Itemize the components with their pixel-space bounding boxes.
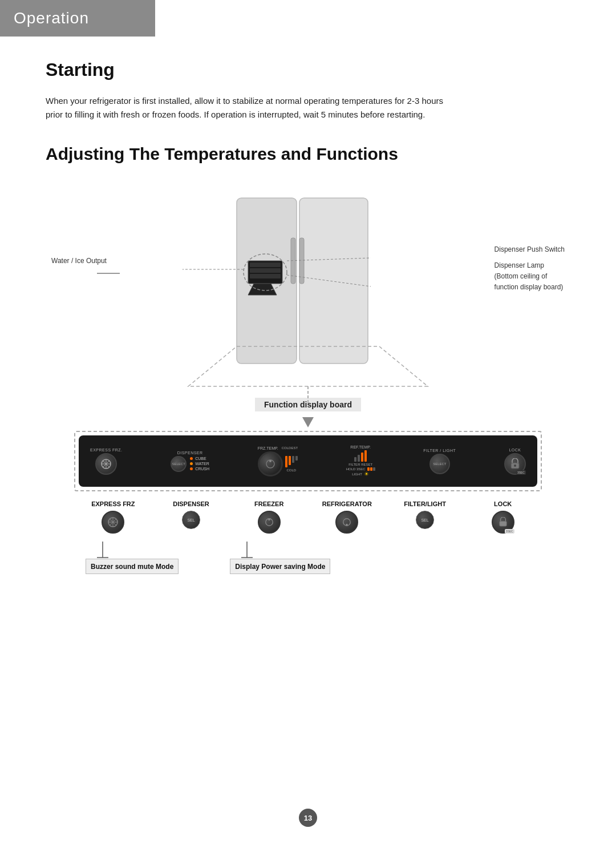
bl-refrigerator: REFRIGERATOR — [308, 500, 386, 534]
adjusting-title: Adjusting The Temperatures and Functions — [46, 144, 570, 164]
bl-refrigerator-btn[interactable] — [335, 511, 358, 534]
freezer-knob[interactable] — [258, 451, 283, 476]
cp-express-frz: EXPRESS FRZ. — [90, 448, 123, 475]
page-number: 13 — [299, 809, 317, 827]
cp-dispenser: DISPENSER SELECT CUBE WATER CRUSH — [171, 451, 209, 472]
cp-freezer-temp: FRZ.TEMP. COLDEST — [258, 446, 298, 476]
bl-express-frz-btn[interactable] — [102, 511, 124, 534]
starting-body: When your refrigerator is first installe… — [46, 94, 456, 122]
svg-rect-7 — [250, 268, 281, 273]
water-ice-label: Water / Ice Output — [51, 257, 107, 265]
bl-freezer-btn[interactable] — [258, 511, 281, 534]
svg-rect-6 — [250, 263, 281, 267]
express-frz-button[interactable] — [95, 453, 117, 475]
right-labels: Dispenser Push Switch Dispenser Lamp(Bot… — [495, 244, 565, 292]
left-labels: Water / Ice Output — [51, 255, 120, 279]
lock-button[interactable]: 3SEC — [504, 453, 526, 475]
annotations-row: Buzzer sound mute Mode Display Power sav… — [51, 542, 519, 574]
svg-marker-17 — [302, 417, 314, 427]
bottom-button-labels: EXPRESS FRZ DISPENSER SEL FREEZER — [74, 500, 542, 534]
bl-filter-light: FILTER/LIGHT SEL — [386, 500, 464, 529]
fridge-illustration-row: Water / Ice Output Dispenser Push Switch… — [51, 181, 565, 403]
dispenser-push-label: Dispenser Push Switch — [495, 245, 565, 253]
cp-lock: LOCK 3SEC — [504, 448, 526, 475]
svg-point-20 — [269, 460, 271, 462]
arrow-down — [51, 417, 565, 429]
diagram-area: Water / Ice Output Dispenser Push Switch… — [51, 181, 565, 574]
bl-lock: LOCK 3SEC — [464, 500, 542, 534]
dispenser-select-button[interactable]: SELECT — [171, 456, 187, 472]
bl-dispenser: DISPENSER SEL — [152, 500, 230, 529]
buzzer-annotation: Buzzer sound mute Mode — [86, 542, 179, 574]
bl-filter-light-btn[interactable]: SEL — [416, 511, 434, 529]
bl-lock-btn[interactable]: 3SEC — [492, 511, 514, 534]
svg-point-27 — [346, 524, 348, 526]
dispenser-options: CUBE WATER CRUSH — [190, 456, 209, 471]
page-section-title: Operation — [14, 9, 89, 27]
dispenser-lamp-label: Dispenser Lamp(Bottom ceiling offunction… — [495, 261, 564, 291]
filter-light-select-button[interactable]: SELECT — [429, 454, 450, 474]
display-power-annotation: Display Power saving Mode — [230, 542, 330, 574]
bl-express-frz: EXPRESS FRZ — [74, 500, 152, 534]
fridge-svg — [148, 181, 468, 403]
bl-freezer: FREEZER — [230, 500, 308, 534]
display-power-label: Display Power saving Mode — [230, 559, 330, 574]
control-panel-wrap: EXPRESS FRZ. DISPENSER SELECT CUBE — [74, 431, 542, 491]
bl-dispenser-btn[interactable]: SEL — [182, 511, 200, 529]
svg-rect-8 — [250, 274, 281, 278]
svg-point-25 — [268, 519, 270, 521]
cp-ref-temp: REF.TEMP. FILTER RESET HOLD 3SEC — [346, 445, 375, 477]
svg-rect-28 — [499, 521, 506, 526]
header-bar: Operation — [0, 0, 155, 37]
svg-point-22 — [514, 465, 516, 467]
cp-filter-light: FILTER / LIGHT SELECT — [423, 449, 456, 474]
svg-rect-2 — [299, 198, 368, 364]
control-panel: EXPRESS FRZ. DISPENSER SELECT CUBE — [79, 435, 537, 487]
starting-title: Starting — [46, 59, 570, 80]
buzzer-label: Buzzer sound mute Mode — [86, 559, 179, 574]
main-content: Starting When your refrigerator is first… — [0, 37, 616, 597]
